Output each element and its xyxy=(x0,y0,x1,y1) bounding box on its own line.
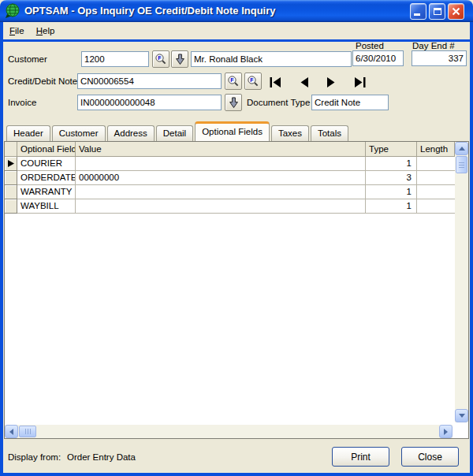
credit-debit-note-label: Credit/Debit Note xyxy=(8,76,77,86)
scroll-up-button[interactable] xyxy=(455,142,468,155)
up-arrow-icon xyxy=(459,147,465,151)
scroll-down-button[interactable] xyxy=(455,409,468,422)
invoice-label: Invoice xyxy=(8,98,36,107)
finder-icon: F xyxy=(155,53,167,65)
customer-name-field: Mr. Ronald Black xyxy=(191,51,352,67)
cell-optional-field[interactable]: ORDERDATE xyxy=(17,171,76,185)
grid-header-row: Optional Field Value Type Length xyxy=(5,142,455,157)
horizontal-scrollbar-thumb[interactable] xyxy=(19,426,36,437)
down-arrow-icon xyxy=(228,97,240,109)
menu-bar: File Help xyxy=(3,22,470,39)
day-end-label: Day End # xyxy=(412,41,455,50)
menu-file[interactable]: File xyxy=(5,22,29,39)
cell-length[interactable] xyxy=(417,157,455,171)
column-header-length[interactable]: Length xyxy=(417,142,455,157)
first-record-icon xyxy=(270,77,283,87)
row-selector[interactable] xyxy=(5,199,17,214)
cell-optional-field[interactable]: COURIER xyxy=(17,157,76,171)
next-record-icon xyxy=(326,77,337,87)
svg-text:F: F xyxy=(230,77,234,83)
optional-fields-grid: Optional Field Value Type Length COURIER… xyxy=(4,141,469,439)
minimize-button[interactable] xyxy=(410,3,426,20)
maximize-icon xyxy=(434,8,441,15)
close-button-footer[interactable]: Close xyxy=(401,447,459,467)
scroll-right-button[interactable] xyxy=(439,425,453,438)
customer-input[interactable] xyxy=(81,51,149,67)
finder-icon: F xyxy=(247,75,259,87)
column-header-value[interactable]: Value xyxy=(76,142,366,157)
invoice-drilldown-button[interactable] xyxy=(225,94,242,111)
minimize-icon xyxy=(414,13,420,16)
cell-length[interactable] xyxy=(417,171,455,185)
svg-text:F: F xyxy=(158,55,162,61)
column-header-optional-field[interactable]: Optional Field xyxy=(17,142,76,157)
cell-value[interactable] xyxy=(76,199,366,214)
cell-type[interactable]: 1 xyxy=(366,185,417,199)
tab-totals[interactable]: Totals xyxy=(311,125,348,141)
cell-length[interactable] xyxy=(417,185,455,199)
scroll-left-button[interactable] xyxy=(5,425,18,438)
document-type-label: Document Type xyxy=(247,98,310,107)
horizontal-scrollbar[interactable] xyxy=(5,425,453,438)
nav-next-button[interactable] xyxy=(323,76,339,88)
posted-label: Posted xyxy=(356,41,384,50)
column-header-type[interactable]: Type xyxy=(366,142,417,157)
row-selector[interactable] xyxy=(5,185,17,199)
previous-record-icon xyxy=(299,77,309,87)
credit-debit-note-input[interactable] xyxy=(77,73,222,89)
cell-optional-field[interactable]: WAYBILL xyxy=(17,199,76,214)
cell-value[interactable]: 00000000 xyxy=(76,171,366,185)
display-from-label: Display from: xyxy=(8,452,61,462)
nav-first-button[interactable] xyxy=(268,76,284,88)
app-icon xyxy=(5,3,20,19)
customer-label: Customer xyxy=(8,54,47,64)
title-bar[interactable]: OPTSAM - Ops Inquiry OE Credit/Debit Not… xyxy=(0,0,473,22)
cell-type[interactable]: 3 xyxy=(366,171,417,185)
row-selector[interactable] xyxy=(5,157,17,171)
tab-bar: Header Customer Address Detail Optional … xyxy=(6,121,348,141)
row-selector[interactable] xyxy=(5,171,17,185)
note-finder-button[interactable]: F xyxy=(225,73,242,90)
tab-customer[interactable]: Customer xyxy=(52,125,106,141)
close-button[interactable] xyxy=(448,3,464,20)
customer-drilldown-button[interactable] xyxy=(171,50,188,68)
cell-value[interactable] xyxy=(76,185,366,199)
cell-value[interactable] xyxy=(76,157,366,171)
note-zoom-button[interactable]: F xyxy=(244,73,262,90)
window-border-bottom xyxy=(0,473,473,476)
nav-previous-button[interactable] xyxy=(296,76,311,88)
finder-icon: F xyxy=(227,75,240,87)
cell-length[interactable] xyxy=(417,199,455,214)
print-button[interactable]: Print xyxy=(332,447,389,467)
display-from-value: Order Entry Data xyxy=(67,452,136,462)
cell-optional-field[interactable]: WARRANTY xyxy=(17,185,76,199)
tab-detail[interactable]: Detail xyxy=(156,125,193,141)
down-arrow-icon xyxy=(459,414,465,418)
grid-row-waybill: WAYBILL 1 xyxy=(5,199,455,214)
invoice-input[interactable] xyxy=(77,95,222,110)
tab-address[interactable]: Address xyxy=(107,125,155,141)
customer-finder-button[interactable]: F xyxy=(152,50,169,68)
menu-help[interactable]: Help xyxy=(32,22,60,39)
right-arrow-icon xyxy=(444,429,448,435)
nav-last-button[interactable] xyxy=(351,76,367,88)
posted-date-field: 6/30/2010 xyxy=(352,50,404,66)
grid-row-courier: COURIER 1 xyxy=(5,157,455,171)
grid-corner-cell xyxy=(5,142,17,157)
close-icon xyxy=(452,7,460,16)
maximize-button[interactable] xyxy=(429,3,445,20)
vertical-scrollbar-thumb[interactable] xyxy=(456,156,467,173)
vertical-scrollbar[interactable] xyxy=(455,142,468,422)
tab-optional-fields[interactable]: Optional Fields xyxy=(195,121,270,141)
tab-header[interactable]: Header xyxy=(6,125,50,141)
left-arrow-icon xyxy=(9,429,13,435)
grid-row-warranty: WARRANTY 1 xyxy=(5,185,455,199)
day-end-field: 337 xyxy=(412,50,467,66)
grid-row-orderdate: ORDERDATE 00000000 3 xyxy=(5,171,455,185)
window-title: OPTSAM - Ops Inquiry OE Credit/Debit Not… xyxy=(24,5,276,17)
document-type-field: Credit Note xyxy=(311,95,389,110)
cell-type[interactable]: 1 xyxy=(366,199,417,214)
tab-taxes[interactable]: Taxes xyxy=(271,125,309,141)
cell-type[interactable]: 1 xyxy=(366,157,417,171)
svg-text:F: F xyxy=(250,77,254,83)
